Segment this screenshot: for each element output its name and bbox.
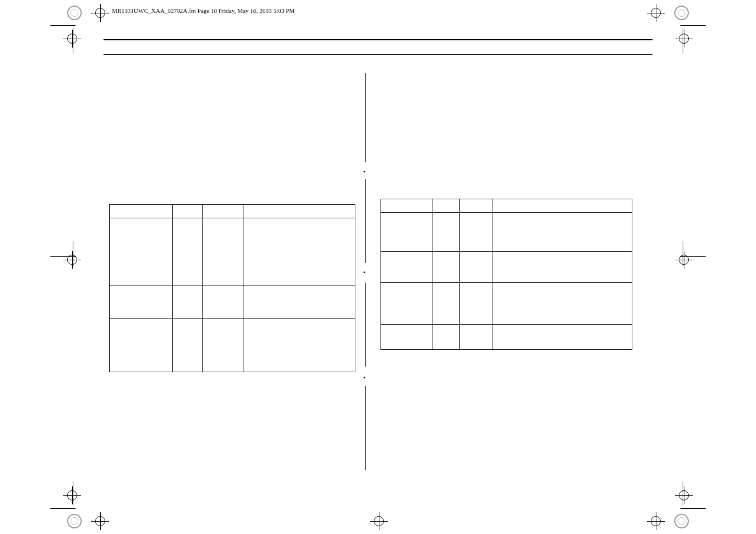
crop-mark: [50, 508, 76, 509]
crop-mark: [50, 25, 76, 26]
left-table: [109, 204, 355, 372]
page-header-file-info: MR1031UWC_XAA_02702A.fm Page 10 Friday, …: [112, 7, 295, 14]
page-rules: [104, 39, 652, 55]
crop-mark: [680, 508, 706, 509]
register-mark: [679, 255, 689, 265]
register-mark: [95, 516, 105, 526]
register-mark: [651, 516, 661, 526]
register-mark: [67, 490, 77, 500]
corner-circle: [67, 6, 82, 20]
corner-circle: [674, 514, 689, 528]
column-guide: [365, 386, 366, 470]
bullet-icon: •: [363, 374, 365, 382]
register-mark: [651, 8, 661, 18]
column-guide: [365, 283, 366, 367]
bullet-icon: •: [363, 168, 365, 176]
crop-mark: [680, 25, 706, 26]
register-mark: [67, 34, 77, 44]
column-guide: [365, 179, 366, 263]
right-table: [381, 199, 632, 350]
column-guide: [365, 73, 366, 162]
register-mark: [679, 34, 689, 44]
register-mark: [679, 490, 689, 500]
register-mark: [95, 8, 105, 18]
register-mark: [374, 516, 384, 526]
corner-circle: [67, 514, 82, 528]
bullet-icon: •: [363, 269, 365, 277]
corner-circle: [674, 6, 689, 20]
register-mark: [67, 255, 77, 265]
